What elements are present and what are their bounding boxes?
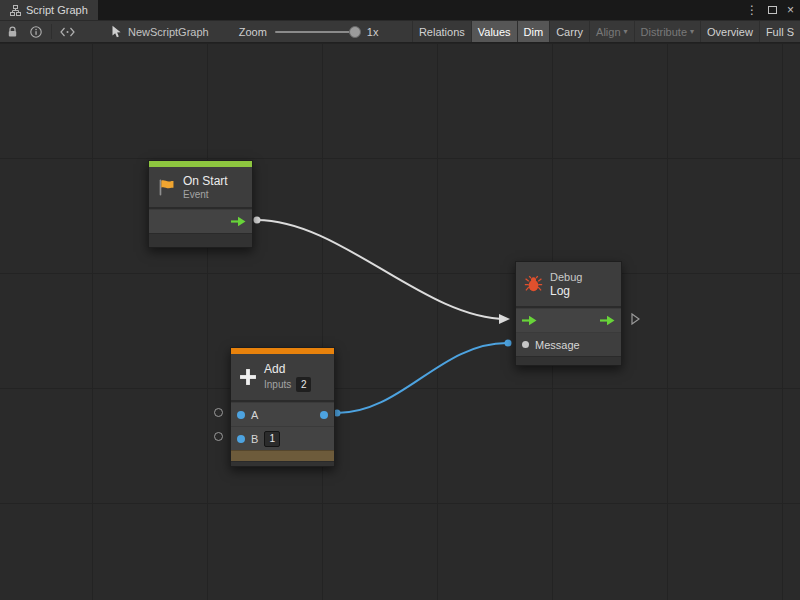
zoom-value: 1x: [367, 26, 379, 38]
close-icon[interactable]: ×: [787, 4, 794, 16]
node-add[interactable]: Add Inputs 2 A B 1: [230, 347, 335, 467]
tab-title: Script Graph: [26, 4, 88, 16]
node-title: Add: [264, 362, 311, 376]
titlebar: Script Graph ⋮ ×: [0, 0, 800, 20]
info-icon[interactable]: [24, 21, 48, 42]
panel-menu-icon[interactable]: ⋮: [746, 4, 758, 16]
node-footer: [516, 356, 621, 365]
toolbar-buttons: Relations Values Dim Carry Align▾ Distri…: [412, 21, 800, 42]
message-port-row: Message: [516, 332, 621, 356]
flow-port-row: [516, 308, 621, 332]
debug-flow-output-external-port[interactable]: [631, 313, 640, 325]
align-button: Align▾: [589, 21, 633, 42]
node-header[interactable]: Debug Log: [516, 262, 621, 306]
wire-add-to-message[interactable]: [337, 343, 507, 413]
inputs-count-field[interactable]: 2: [296, 377, 311, 392]
node-subtitle: Event: [183, 189, 228, 201]
distribute-button: Distribute▾: [634, 21, 700, 42]
wires-layer: [0, 43, 800, 600]
zoom-slider[interactable]: [275, 31, 359, 33]
zoom-control: Zoom 1x: [239, 26, 379, 38]
maximize-icon[interactable]: [768, 4, 777, 16]
wire-arrowhead: [499, 314, 510, 324]
flow-output-port[interactable]: [600, 315, 615, 326]
port-a-row: A: [231, 402, 334, 426]
lock-icon[interactable]: [0, 21, 24, 42]
plus-icon: [239, 368, 257, 386]
port-a-input[interactable]: [237, 411, 245, 419]
chevron-down-icon: ▾: [690, 27, 694, 36]
flow-output-port[interactable]: [231, 216, 246, 227]
window-controls: ⋮ ×: [746, 0, 794, 20]
inputs-label: Inputs: [264, 379, 291, 391]
zoom-label: Zoom: [239, 26, 267, 38]
relations-button[interactable]: Relations: [412, 21, 471, 42]
overview-button[interactable]: Overview: [700, 21, 759, 42]
code-icon[interactable]: [55, 21, 79, 42]
wire-onstart-to-debuglog[interactable]: [257, 220, 506, 319]
bug-icon: [524, 275, 543, 293]
port-b-row: B 1: [231, 426, 334, 450]
node-title: Log: [550, 284, 582, 298]
node-subtitle: Debug: [550, 271, 582, 283]
dim-button[interactable]: Dim: [517, 21, 550, 42]
script-graph-window: Script Graph ⋮ ×: [0, 0, 800, 600]
add-port-b-external-port[interactable]: [214, 432, 223, 441]
node-footer-accent: [231, 450, 334, 461]
node-title: On Start: [183, 174, 228, 188]
wire-start-dot: [254, 217, 261, 224]
node-header[interactable]: On Start Event: [149, 167, 252, 207]
message-port-label: Message: [535, 339, 580, 351]
node-on-start[interactable]: On Start Event: [148, 160, 253, 248]
wire-blue-end-dot: [505, 340, 512, 347]
port-b-input[interactable]: [237, 435, 245, 443]
tab-script-graph[interactable]: Script Graph: [0, 0, 98, 20]
script-graph-icon: [10, 5, 21, 16]
graph-reference[interactable]: NewScriptGraph: [111, 25, 209, 38]
flag-icon: [157, 178, 176, 197]
message-input-port[interactable]: [522, 341, 529, 348]
flow-input-port[interactable]: [522, 315, 537, 326]
cursor-icon: [111, 25, 122, 38]
zoom-slider-handle[interactable]: [349, 26, 361, 38]
result-output-port[interactable]: [320, 411, 328, 419]
fullscreen-button[interactable]: Full S: [759, 21, 800, 42]
port-b-label: B: [251, 433, 258, 445]
graph-name: NewScriptGraph: [128, 26, 209, 38]
graph-canvas[interactable]: On Start Event: [0, 43, 800, 600]
carry-button[interactable]: Carry: [549, 21, 589, 42]
node-header[interactable]: Add Inputs 2: [231, 354, 334, 400]
toolbar-separator: [51, 24, 52, 39]
node-footer: [149, 233, 252, 247]
port-a-label: A: [251, 409, 258, 421]
node-footer: [231, 461, 334, 466]
port-b-value-field[interactable]: 1: [264, 431, 280, 447]
values-button[interactable]: Values: [471, 21, 517, 42]
chevron-down-icon: ▾: [624, 27, 628, 36]
graph-toolbar: NewScriptGraph Zoom 1x Relations Values …: [0, 20, 800, 43]
add-port-a-external-port[interactable]: [214, 408, 223, 417]
node-debug-log[interactable]: Debug Log: [515, 261, 622, 366]
flow-port-row: [149, 209, 252, 233]
